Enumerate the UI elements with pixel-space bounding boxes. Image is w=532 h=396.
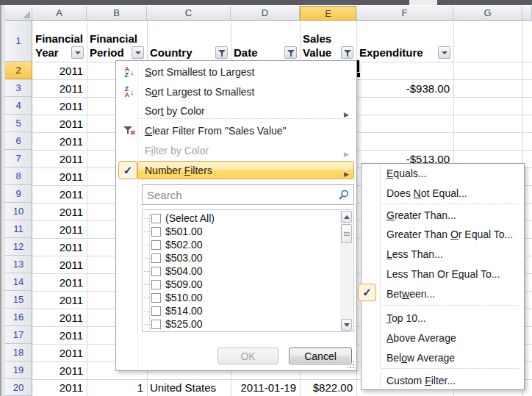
row-header-7[interactable]: 7 <box>5 150 32 168</box>
list-item-502-00[interactable]: $502.00 <box>144 238 339 251</box>
dropdown-arrow-button-B[interactable] <box>132 46 144 59</box>
list-item-select-all[interactable]: (Select All) <box>144 212 339 225</box>
row-header-16[interactable]: 16 <box>5 309 32 326</box>
filter-funnel-button-D[interactable] <box>284 46 297 59</box>
column-header-B[interactable]: B <box>87 6 147 21</box>
filter-funnel-button-C[interactable] <box>215 46 228 59</box>
cell-A2[interactable]: 2011 <box>32 62 87 79</box>
cell-A4[interactable]: 2011 <box>32 97 87 115</box>
submenu-item-greater-than[interactable]: Greater Than... <box>363 206 522 225</box>
list-item-503-00[interactable]: $503.00 <box>144 251 339 264</box>
cell-A17[interactable]: 2011 <box>32 326 87 344</box>
menu-item-clear-filter-from-sales-value[interactable]: ✕Clear Filter From "Sales Value" <box>118 121 355 140</box>
cell-A8[interactable]: 2011 <box>32 168 87 185</box>
header-cell-C[interactable]: Country <box>147 21 231 62</box>
submenu-item-between[interactable]: Between... <box>363 284 522 303</box>
value-checkbox[interactable] <box>151 280 161 289</box>
cell-A6[interactable]: 2011 <box>32 132 87 150</box>
list-item-510-00[interactable]: $510.00 <box>144 291 339 304</box>
column-header-F[interactable]: F <box>356 6 453 21</box>
select-all-corner[interactable] <box>5 6 32 21</box>
list-item-partial[interactable] <box>144 331 339 332</box>
row-header-17[interactable]: 17 <box>5 326 32 344</box>
submenu-item-greater-than-or-equal-to[interactable]: Greater Than Or Equal To... <box>363 225 522 244</box>
cell-D20[interactable]: 2011-01-19 <box>231 379 300 396</box>
cell-B20[interactable]: 1 <box>87 379 147 396</box>
row-header-20[interactable]: 20 <box>5 379 32 396</box>
cell-A15[interactable]: 2011 <box>32 291 87 309</box>
cell-A20[interactable]: 2011 <box>32 379 87 396</box>
submenu-item-above-average[interactable]: Above Average <box>363 328 522 348</box>
value-checkbox[interactable] <box>151 240 161 250</box>
row-header-3[interactable]: 3 <box>5 79 32 97</box>
scroll-down-button[interactable] <box>341 319 352 331</box>
cell-A18[interactable]: 2011 <box>32 344 87 361</box>
menu-item-sort-smallest-to-largest[interactable]: AZ↓Sort Smallest to Largest <box>118 62 355 82</box>
column-header-G[interactable]: G <box>453 6 522 21</box>
header-cell-A[interactable]: FinancialYear <box>32 21 87 62</box>
row-header-19[interactable]: 19 <box>5 361 32 379</box>
header-cell-D[interactable]: Date <box>231 21 300 62</box>
row-header-4[interactable]: 4 <box>5 97 32 115</box>
cell-A9[interactable]: 2011 <box>32 185 87 203</box>
filter-funnel-button-E[interactable] <box>341 46 353 59</box>
row-header-1[interactable]: 1 <box>5 21 32 62</box>
row-header-8[interactable]: 8 <box>5 168 32 185</box>
submenu-item-equals[interactable]: Equals... <box>363 164 522 183</box>
row-header-14[interactable]: 14 <box>5 273 32 291</box>
cell-E20[interactable]: $822.00 <box>300 379 356 396</box>
list-item-525-00[interactable]: $525.00 <box>144 317 339 331</box>
submenu-item-less-than[interactable]: Less Than... <box>363 245 522 264</box>
value-checkbox[interactable] <box>151 306 161 316</box>
menu-item-number-filters[interactable]: Number Filters▶ <box>118 161 355 180</box>
row-header-18[interactable]: 18 <box>5 344 32 361</box>
row-header-12[interactable]: 12 <box>5 238 32 256</box>
submenu-item-less-than-or-equal-to[interactable]: Less Than Or Equal To... <box>363 264 522 284</box>
menu-item-filter-by-color[interactable]: Filter by Color▶ <box>118 141 355 160</box>
menu-item-sort-largest-to-smallest[interactable]: ZA↓Sort Largest to Smallest <box>118 82 355 101</box>
value-checkbox[interactable] <box>151 253 161 263</box>
cell-F3[interactable]: -$938.00 <box>356 79 453 97</box>
cell-A5[interactable]: 2011 <box>32 115 87 132</box>
value-checkbox[interactable] <box>151 227 161 237</box>
row-header-9[interactable]: 9 <box>5 185 32 203</box>
row-header-5[interactable]: 5 <box>5 115 32 132</box>
dropdown-arrow-button-A[interactable] <box>71 46 84 59</box>
column-header-partial[interactable] <box>522 6 532 21</box>
submenu-item-below-average[interactable]: Below Average <box>363 348 522 367</box>
row-header-10[interactable]: 10 <box>5 203 32 220</box>
submenu-item-does-not-equal[interactable]: Does Not Equal... <box>363 184 522 203</box>
scrollbar-thumb[interactable] <box>341 224 352 243</box>
cell-A14[interactable]: 2011 <box>32 273 87 291</box>
cell-C20[interactable]: United States <box>147 379 231 396</box>
list-item-501-00[interactable]: $501.00 <box>144 225 339 238</box>
cell-A3[interactable]: 2011 <box>32 79 87 97</box>
resize-grip[interactable] <box>345 359 354 368</box>
column-header-A[interactable]: A <box>32 6 87 21</box>
dropdown-arrow-button-F[interactable] <box>438 46 450 59</box>
value-checkbox[interactable] <box>151 293 161 303</box>
column-header-C[interactable]: C <box>147 6 231 21</box>
row-header-13[interactable]: 13 <box>5 256 32 273</box>
cell-A11[interactable]: 2011 <box>32 220 87 238</box>
header-cell-B[interactable]: FinancialPeriod <box>87 21 147 62</box>
cancel-button[interactable]: Cancel <box>289 348 352 364</box>
cell-A10[interactable]: 2011 <box>32 203 87 220</box>
header-cell-E[interactable]: SalesValue <box>300 21 356 62</box>
row-header-11[interactable]: 11 <box>5 220 32 238</box>
value-checkbox[interactable] <box>151 320 161 329</box>
cell-A13[interactable]: 2011 <box>32 256 87 273</box>
value-checkbox[interactable] <box>151 267 161 276</box>
cell-A12[interactable]: 2011 <box>32 238 87 256</box>
row-header-2[interactable]: 2 <box>5 62 32 79</box>
column-header-D[interactable]: D <box>231 6 300 21</box>
search-input[interactable] <box>142 184 354 205</box>
scroll-up-button[interactable] <box>341 211 352 223</box>
header-cell-F[interactable]: Expenditure <box>356 21 453 62</box>
list-item-509-00[interactable]: $509.00 <box>144 278 339 291</box>
list-item-504-00[interactable]: $504.00 <box>144 264 339 278</box>
list-scrollbar[interactable] <box>340 211 353 331</box>
cell-A16[interactable]: 2011 <box>32 309 87 326</box>
list-item-514-00[interactable]: $514.00 <box>144 304 339 317</box>
ok-button[interactable]: OK <box>218 348 278 364</box>
